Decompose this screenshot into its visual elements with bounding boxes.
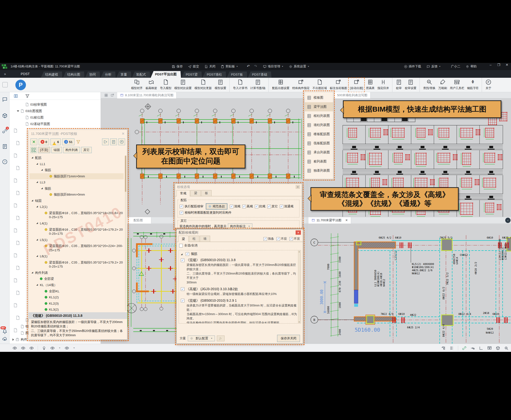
check-tree-item[interactable]: 箍筋: [30, 167, 124, 173]
scheme-tools-button[interactable]: [217, 336, 225, 341]
help-icon[interactable]: ?: [2, 159, 8, 165]
ribbon-button[interactable]: 导入计算书: [231, 78, 249, 92]
eye-settings-icon[interactable]: [65, 346, 69, 350]
code-checkbox[interactable]: ✓其它: [267, 204, 278, 209]
check-tree-item[interactable]: 箍筋肢距88mm>0mm: [30, 192, 124, 198]
bulb-icon[interactable]: [42, 346, 46, 350]
close-icon[interactable]: ✕: [296, 185, 300, 189]
cloud-upload-icon[interactable]: [2, 336, 8, 342]
panel-tab[interactable]: 其它: [81, 147, 92, 153]
dialog-tab[interactable]: 墙: [200, 236, 210, 242]
collapse-panel-icon[interactable]: ‹: [505, 218, 511, 223]
check-tree-item[interactable]: L2(1): [30, 204, 124, 210]
rule-entry[interactable]: ✓ 《高规》 (JGJ3-2010) 3.10.3条2款 特一级框架梁应符合规则…: [181, 287, 297, 296]
titlebar-right-item[interactable]: 反馈 ▼: [427, 64, 441, 69]
export-icon[interactable]: [102, 138, 109, 145]
model-cube-icon[interactable]: [2, 113, 8, 119]
titlebar-menu[interactable]: 系统设置 ▼: [289, 64, 310, 69]
tile-views-icon[interactable]: [104, 93, 108, 97]
ribbon-button[interactable]: 模型对齐: [130, 78, 144, 92]
view-tab[interactable]: 500米墙柱列表注写图: [334, 92, 371, 98]
warning-count[interactable]: !6: [50, 138, 61, 145]
check-tree-item[interactable]: 构件列表: [30, 270, 124, 276]
drawing-type-item[interactable]: 梁平法图: [305, 102, 333, 111]
notifications-bell-icon[interactable]: [2, 329, 8, 334]
snap-target-icon[interactable]: [470, 346, 475, 350]
ribbon-tab[interactable]: PDST平法出图: [151, 71, 181, 78]
drawing-type-item[interactable]: 框柱列表图: [305, 111, 333, 120]
ribbon-tab[interactable]: 算量: [116, 72, 131, 78]
check-tree-item[interactable]: 全部KL: [30, 288, 124, 294]
pdst-logo[interactable]: P: [15, 80, 26, 90]
check-tree-item[interactable]: LL1: [30, 161, 124, 167]
tab-pdst[interactable]: PDST: [10, 70, 41, 78]
restore-button[interactable]: ❐: [495, 63, 503, 67]
check-tree-item[interactable]: 箍筋: [30, 186, 124, 192]
code-checkbox[interactable]: ✓高规: [242, 204, 253, 209]
rule-checkbox[interactable]: ✓: [181, 258, 184, 262]
titlebar-right-item[interactable]: 帮助: [466, 64, 477, 69]
close-tab-icon[interactable]: ✕: [345, 218, 348, 222]
check-tree-item[interactable]: 锚固: [30, 198, 124, 204]
ribbon-button[interactable]: 标注当前视图: [328, 78, 348, 92]
checkbox-checked[interactable]: ✓: [186, 252, 189, 256]
view-cube-icon[interactable]: [496, 346, 500, 350]
ribbon-button[interactable]: 用户工具栏: [448, 78, 466, 92]
rule-entry[interactable]: ✓ 《混规》 (GB50010-2010) 11.3.8 梁箍筋加密区长度内的箍…: [181, 258, 297, 285]
rule-entry[interactable]: ✓ 《混规》 (GB50010-2010) 9.2.9 1 按承载力计算不需要箍…: [181, 299, 297, 323]
isolate-object-icon[interactable]: [441, 346, 446, 350]
severity-checkbox[interactable]: ✓不应: [276, 237, 287, 241]
minimize-button[interactable]: –: [487, 63, 495, 67]
close-icon[interactable]: ✕: [296, 230, 301, 235]
new-window-icon[interactable]: [110, 93, 114, 97]
dialog-tab[interactable]: 板: [201, 190, 212, 196]
check-tree-item[interactable]: 梁首面筋Φ18，C35，直锚段0.35*32*18=201.6> 200-25=…: [30, 210, 124, 220]
ribbon-button[interactable]: P 关于: [484, 78, 493, 92]
select-mode-icon[interactable]: [31, 147, 37, 153]
dialog-tab[interactable]: 柱: [189, 236, 199, 242]
panel-tab[interactable]: 锚固: [51, 147, 62, 153]
ribbon-button[interactable]: 校审: [394, 78, 404, 92]
check-tree-item[interactable]: 箍筋肢距71mm>0mm: [30, 173, 124, 180]
titlebar-action-button[interactable]: 关闭: [204, 64, 215, 69]
ribbon-button[interactable]: 模型对比更新: [193, 78, 213, 92]
severity-checkbox[interactable]: ✓不宜: [289, 237, 300, 241]
check-tree-item[interactable]: 梁首面筋Φ16，C35，直锚段0.35*32*16=179.2> 200-25=…: [30, 259, 124, 270]
zoom-window-icon[interactable]: [504, 346, 509, 350]
ribbon-button[interactable]: 配筋出图设置: [271, 78, 291, 92]
drawing-type-item[interactable]: 模板图: [305, 93, 333, 102]
ribbon-tab[interactable]: 装配式: [132, 72, 150, 78]
titlebar-action-button[interactable]: 剪贴板 ▼: [221, 64, 238, 69]
scrollbar[interactable]: [125, 155, 126, 311]
tree-item[interactable]: 03校审视图: [10, 101, 101, 108]
chain-link-icon[interactable]: [462, 346, 466, 350]
ribbon-tab[interactable]: PDST基础: [248, 72, 272, 78]
severity-checkbox[interactable]: ✓强条: [263, 237, 274, 241]
check-tree-item[interactable]: KL（14项）: [30, 282, 124, 288]
drawing-type-item[interactable]: 独基列表图: [305, 166, 333, 175]
panel-tab[interactable]: [不宜]: [38, 147, 50, 153]
redo-icon[interactable]: ↷: [254, 64, 257, 68]
ribbon-tab[interactable]: 协同: [85, 72, 100, 78]
ribbon-tab[interactable]: 结构出图: [63, 72, 84, 78]
ribbon-button[interactable]: 导入模型: [159, 78, 173, 92]
show-hide-icon[interactable]: [13, 346, 17, 350]
check-tree-item[interactable]: 配筋: [30, 155, 124, 161]
highlight-select[interactable]: 构件和标注 ▼: [228, 224, 252, 229]
check-tree-item[interactable]: KL2(3): [30, 300, 124, 307]
rule-checkbox[interactable]: ✓: [181, 299, 184, 302]
check-tree-item[interactable]: L6(1): [30, 253, 124, 259]
check-tree-item[interactable]: 梁首面筋Φ20，C35，直锚段0.35*32*20=224> 200-25=17…: [30, 243, 124, 253]
titlebar-action-button[interactable]: 保存: [172, 64, 183, 69]
checkbox-unchecked[interactable]: ✓: [179, 244, 183, 248]
ribbon-tab[interactable]: PDST梁: [182, 72, 202, 78]
filter-icon[interactable]: [25, 94, 30, 98]
ribbon-button[interactable]: 指定归并: [376, 78, 392, 92]
ribbon-button[interactable]: [自动出图]: [348, 78, 365, 92]
ribbon-button[interactable]: 标高映射: [144, 78, 159, 92]
check-tree-item[interactable]: 梁首面筋Φ16，C35，直锚段0.35*32*16=179.2> 200-25=…: [30, 226, 124, 237]
check-tree-item[interactable]: L5(1): [30, 237, 124, 243]
code-checkbox[interactable]: ✓抗规: [255, 204, 265, 209]
documents-icon[interactable]: [2, 143, 8, 149]
save-close-button[interactable]: 保存并关闭: [277, 335, 300, 342]
